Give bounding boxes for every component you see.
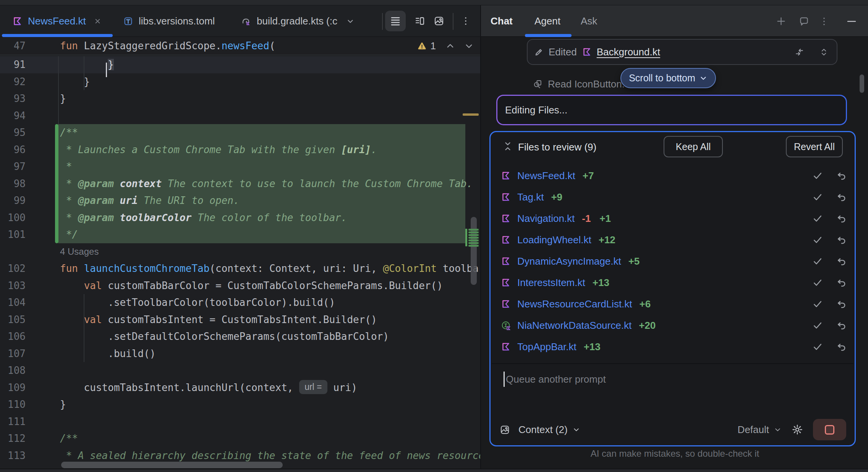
prev-warning-icon[interactable] [446,42,455,50]
scroll-to-bottom-button[interactable]: Scroll to bottom [620,68,716,88]
warning-stripe-mark[interactable] [463,113,479,116]
kotlin-file-icon [13,16,22,26]
attach-image-icon[interactable] [500,425,510,435]
removed-count: -1 [582,208,591,229]
edited-file-link[interactable]: Background.kt [597,46,660,58]
edited-file-card[interactable]: Edited Background.kt [527,39,837,65]
vertical-scrollbar[interactable] [471,217,477,285]
prompt-input[interactable]: Queue another prompt [506,372,606,387]
kotlin-file-icon [501,171,510,180]
stripe-mark [468,234,479,236]
inlay-hint-chip: url = [299,380,327,394]
revert-all-button[interactable]: Revert All [786,136,843,157]
revert-file-button[interactable] [836,320,847,331]
keep-file-button[interactable] [812,170,823,181]
history-button[interactable] [799,5,809,37]
keep-file-button[interactable] [812,234,823,245]
keep-file-button[interactable] [812,320,823,331]
revert-file-button[interactable] [836,277,847,288]
line-number: 100 [0,209,26,226]
kotlin-file-icon [582,47,591,57]
file-link[interactable]: NewsFeed.kt [517,165,575,186]
file-link[interactable]: LoadingWheel.kt [517,229,591,251]
chat-options-button[interactable] [819,5,829,37]
code-viewport[interactable]: 91 }92 }93}9495/**96 * Launches a Custom… [0,56,480,469]
tab-libs-versions[interactable]: libs.versions.toml [123,5,215,37]
tab-newsfeed[interactable]: NewsFeed.kt [13,5,101,37]
line-number: 111 [0,413,26,430]
stripe-mark [468,229,479,231]
preview-button[interactable] [429,11,449,31]
expand-icon[interactable] [819,48,828,57]
keep-all-button[interactable]: Keep All [664,136,723,157]
split-editor-button[interactable] [410,11,430,31]
toolbar-separator [382,13,383,30]
stop-button[interactable] [813,419,846,440]
file-link[interactable]: DynamicAsyncImage.kt [517,251,621,272]
gear-icon[interactable] [792,424,803,435]
keep-file-button[interactable] [812,277,823,288]
chat-scrollbar[interactable] [860,74,864,93]
tab-ask[interactable]: Ask [581,5,597,37]
code-line: 112/** [0,430,480,447]
minimize-icon [846,16,857,27]
context-label: Context (2) [518,424,568,436]
edited-label: Edited [549,46,577,58]
sticky-line: 47 fun LazyStaggeredGridScope.newsFeed( … [0,37,480,55]
keep-file-button[interactable] [812,341,823,352]
revert-file-button[interactable] [836,170,847,181]
view-mode-button[interactable] [385,11,406,31]
model-selector[interactable]: Default [738,424,782,436]
code-editor: NewsFeed.kt libs.versions.toml build.gra… [0,5,480,469]
next-warning-icon[interactable] [465,42,473,50]
file-link[interactable]: Navigation.kt [517,208,575,229]
line-number: 103 [0,277,26,294]
plus-icon [776,16,786,26]
file-review-row: NewsFeed.kt +7 [491,165,855,186]
tab-build-gradle[interactable]: build.gradle.kts (:c [241,5,355,37]
revert-file-button[interactable] [836,192,847,202]
gradle-file-icon [241,16,251,26]
close-icon[interactable] [94,18,101,25]
file-link[interactable]: InterestsItem.kt [517,272,585,293]
kebab-menu-icon [819,16,829,26]
usages-hint[interactable]: 4 Usages [60,243,99,260]
horizontal-scrollbar[interactable] [61,462,283,468]
stripe-mark [468,239,479,241]
revert-file-button[interactable] [836,341,847,352]
diff-icon[interactable] [795,47,804,57]
list-icon [390,15,401,27]
collapse-all-icon[interactable] [503,141,513,151]
added-count: +13 [584,336,601,357]
added-count: +5 [628,251,640,272]
tab-agent[interactable]: Agent [534,5,560,37]
keep-file-button[interactable] [812,213,823,224]
keep-file-button[interactable] [812,299,823,309]
context-button[interactable]: Context (2) [518,424,580,436]
kotlin-file-icon [501,214,510,223]
minimize-button[interactable] [846,5,857,37]
revert-file-button[interactable] [836,299,847,309]
code-line: 104 .setToolbarColor(toolbarColor).build… [0,294,480,311]
keep-file-button[interactable] [812,192,823,202]
file-link[interactable]: NewsResourceCardList.kt [517,293,632,315]
file-link[interactable]: Tag.kt [517,186,544,208]
code-lines: 91 }92 }93}9495/**96 * Launches a Custom… [0,56,480,464]
chevron-down-icon [699,74,708,82]
keep-file-button[interactable] [812,256,823,267]
file-link[interactable]: NiaNetworkDataSource.kt [517,315,632,336]
file-review-row: DynamicAsyncImage.kt +5 [491,251,855,272]
editor-options-button[interactable] [455,11,476,31]
revert-file-button[interactable] [836,234,847,245]
file-link[interactable]: TopAppBar.kt [517,336,577,357]
revert-file-button[interactable] [836,256,847,267]
tab-label: libs.versions.toml [139,15,215,27]
code-text: * @param toolbarColor The color of the t… [60,209,347,226]
code-line: 107 .build() [0,345,480,362]
chevron-down-icon[interactable] [346,17,355,26]
warning-badge[interactable]: 1 [417,40,436,52]
line-number: 98 [0,175,26,192]
new-chat-button[interactable] [776,5,786,37]
revert-file-button[interactable] [836,213,847,224]
changed-lines-stripe [465,229,467,246]
